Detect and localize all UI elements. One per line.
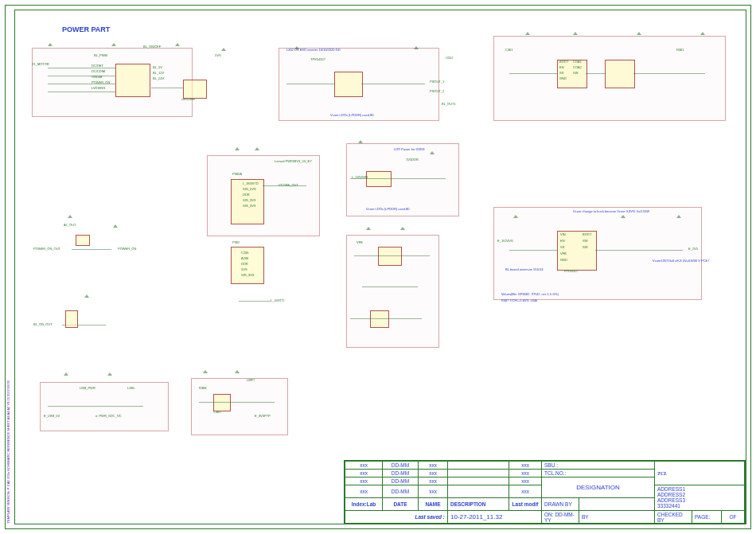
cluster-vga-usb [40, 382, 169, 431]
wire [633, 73, 705, 74]
pwr-arrow-icon [621, 215, 625, 218]
pwr-arrow-icon [235, 147, 240, 150]
sig-label: TPS54327 [563, 269, 579, 273]
pwr-arrow-icon [525, 32, 530, 35]
wire [263, 185, 306, 186]
ic-buck2 [605, 60, 635, 88]
cell: DD-MM [383, 462, 419, 470]
sig-label: 1V5DDR [406, 158, 419, 162]
sig-label: C206 [241, 251, 249, 255]
cell [579, 497, 655, 510]
pwr-arrow-icon [676, 215, 681, 218]
sig-label: SS [560, 245, 564, 249]
cluster-power-in [32, 48, 193, 117]
sig-label: EN [559, 65, 564, 69]
sig-label: E_1V24VS [497, 239, 513, 243]
sig-label: BL_PWM [94, 53, 107, 57]
sig-label: LSEL [127, 386, 135, 390]
cell: DATE [383, 497, 419, 510]
lastsaved-label: Last saved : [345, 510, 448, 524]
sbu-label: SBU : [542, 462, 655, 470]
cell: DESCRIPTION [448, 497, 509, 510]
wire [48, 76, 115, 76]
pwr-arrow-icon [573, 32, 578, 35]
ic-ddr [366, 171, 392, 187]
sig-label: GND [559, 76, 567, 80]
sig-label: BOOT [559, 60, 568, 64]
sig-label: SW [583, 245, 587, 249]
by-label: BY [579, 510, 655, 524]
page-label: PAGE: [692, 510, 722, 524]
wire [586, 73, 605, 74]
of-label: OF [722, 510, 745, 524]
address-block: ADDRESS1 ADDRESS2 ADDRESS3 33332441 [655, 485, 745, 511]
pwr-arrow-icon [175, 43, 180, 46]
tcl-logo: TCL [655, 462, 745, 485]
sig-label: SIG_3V3 [241, 273, 254, 277]
addr-line: ADDRESS3 [657, 497, 742, 503]
sig-label: BL_12V [153, 71, 164, 75]
ic-small [183, 80, 207, 99]
note-text: R347 CCFL+1.65% +9db [501, 298, 537, 302]
sig-label: C301 [505, 48, 513, 52]
sig-label: ONDIM [92, 75, 102, 79]
sig-label: BOOT [583, 232, 591, 236]
note-text: Vcore1357/0=6 oF-3.5V=0.8/30 V PCE7 [653, 259, 709, 263]
sig-label: SS [559, 71, 563, 75]
sig-label: DDR [243, 193, 250, 197]
sig-label: L_4V3TO [271, 298, 284, 302]
cell: xxx [419, 462, 448, 470]
pwr-arrow-icon [700, 32, 705, 35]
sig-label: BL_OUT1 [442, 102, 456, 106]
wire [595, 250, 683, 251]
sig-label: DC/DET [92, 64, 103, 68]
cell: DD-MM [383, 470, 419, 477]
pwr-arrow-icon [111, 43, 116, 46]
addr-line: ADDRESS1 [657, 486, 742, 492]
cell: xxx [419, 477, 448, 485]
cell: DD-MM [383, 477, 419, 485]
wire [48, 68, 115, 68]
pwr-arrow-icon [414, 46, 419, 49]
sig-label: VFB [560, 251, 567, 255]
cluster-tps [493, 207, 702, 300]
sig-label: U552 [446, 56, 454, 60]
on-label: ON: DD-MM-YY [542, 510, 579, 524]
sig-label: TPS54327 [310, 57, 325, 61]
wire [509, 250, 557, 251]
addr-line: 33332441 [657, 503, 742, 509]
sig-label: E_2V5 [688, 247, 698, 251]
pwr-arrow-icon [366, 227, 371, 230]
cell: Last modif [509, 497, 542, 510]
title-block: xxx DD-MM xxx xxx SBU : TCL xxx DD-MM xx… [344, 460, 746, 524]
cell: xxx [345, 485, 383, 498]
on-text: ON: [544, 512, 554, 517]
sig-label: LVDSING [92, 86, 105, 90]
pwr-arrow-icon [513, 215, 518, 218]
cell: xxx [509, 462, 542, 470]
sig-label: BL_5V [153, 65, 162, 69]
sig-label: 5VS [241, 267, 247, 271]
designation-label: DESIGNATION [542, 477, 655, 498]
pwr-arrow-icon [68, 215, 72, 218]
pwr-arrow-icon [400, 227, 405, 230]
sig-label: POWER_ON_OUT [33, 247, 60, 251]
sig-label: SIG_3V3 [243, 198, 255, 202]
sig-label: e: PWR_SDC_OC [95, 414, 122, 418]
sig-label: SIG_5VS [243, 187, 256, 191]
sig-label: DC/CDIM [92, 69, 105, 73]
sig-label: POWER_ON [92, 80, 110, 84]
wire [151, 88, 183, 88]
sig-label: VIN [560, 232, 566, 236]
wire [361, 84, 425, 84]
ic-small [213, 394, 231, 411]
note-text: Values(Me: SP6682, ITR42, rev.1.1<5%) [501, 292, 559, 296]
sig-label: A1_OUT [64, 223, 76, 227]
pwr-arrow-icon [84, 294, 89, 298]
pwr-arrow-icon [221, 48, 226, 51]
ic-small [65, 310, 78, 328]
sig-label: R308 [199, 386, 207, 390]
wire [48, 92, 115, 92]
pwr-arrow-icon [203, 370, 208, 373]
cell: xxx [345, 470, 383, 477]
